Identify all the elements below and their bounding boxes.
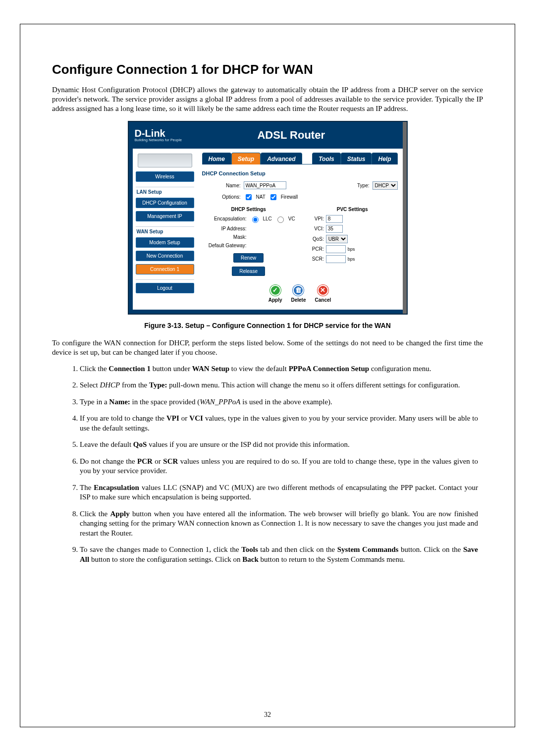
vci-input[interactable] (326, 225, 343, 233)
sidebar-item-connection1[interactable]: Connection 1 (136, 264, 194, 274)
tab-home[interactable]: Home (202, 153, 231, 164)
qos-label: QoS: (307, 236, 324, 242)
tab-status[interactable]: Status (341, 153, 372, 164)
pcr-suffix: bps (348, 247, 355, 252)
delete-button[interactable]: 🗑 Delete (291, 285, 306, 303)
dhcp-settings-col: DHCP Settings Encapsulation: LLC VC IP A… (202, 206, 295, 278)
sidebar-item-logout[interactable]: Logout (136, 283, 194, 293)
sidebar-item-modem-setup[interactable]: Modem Setup (136, 237, 194, 248)
step-4: If you are told to change the VPI or VCI… (80, 414, 478, 433)
nat-checkbox[interactable] (246, 194, 252, 200)
step-1: Click the Connection 1 button under WAN … (80, 364, 478, 374)
apply-button[interactable]: ✓ Apply (268, 285, 282, 303)
cancel-button[interactable]: ✕ Cancel (315, 285, 331, 303)
sidebar-label-wan: WAN Setup (136, 226, 194, 234)
router-main: Home Setup Advanced Tools Status Help DH… (197, 149, 403, 310)
tab-tools[interactable]: Tools (312, 153, 341, 164)
scr-suffix: bps (348, 257, 355, 262)
default-gateway-label: Default Gateway: (202, 243, 247, 248)
tab-advanced[interactable]: Advanced (261, 153, 302, 164)
dhcp-settings-heading: DHCP Settings (202, 207, 295, 212)
sidebar-item-management-ip[interactable]: Management IP (136, 211, 194, 221)
encap-llc-radio[interactable] (252, 216, 259, 223)
body-paragraph-2: To configure the WAN connection for DHCP… (52, 338, 483, 357)
section-title: DHCP Connection Setup (202, 170, 398, 176)
tab-bar: Home Setup Advanced Tools Status Help (202, 153, 398, 164)
pcr-input[interactable] (326, 245, 346, 253)
sidebar-item-dhcp-config[interactable]: DHCP Configuration (136, 198, 194, 208)
tab-help[interactable]: Help (372, 153, 397, 164)
vci-label: VCI: (307, 226, 324, 231)
nat-label: NAT (256, 194, 266, 200)
page: { "page": { "title": "Configure Connecti… (20, 24, 515, 727)
encap-vc-radio[interactable] (277, 216, 284, 223)
firewall-label: Firewall (281, 194, 298, 200)
mask-label: Mask: (202, 234, 247, 240)
step-9: To save the changes made to Connection 1… (80, 545, 478, 564)
step-3: Type in a Name: in the space provided (W… (80, 397, 478, 407)
encapsulation-label: Encapsulation: (202, 216, 247, 221)
scrollbar[interactable] (403, 122, 407, 314)
name-input[interactable] (244, 181, 286, 189)
release-button[interactable]: Release (232, 267, 265, 276)
pvc-settings-col: PVC Settings VPI: VCI: QoS:UBR PCR:bps S… (307, 206, 398, 278)
trash-icon: 🗑 (293, 285, 304, 296)
encap-llc-label: LLC (263, 216, 272, 221)
type-label: Type: (357, 183, 369, 188)
sidebar-divider (136, 279, 194, 280)
steps-list: Click the Connection 1 button under WAN … (71, 364, 483, 565)
renew-button[interactable]: Renew (233, 253, 264, 263)
step-7: The Encapsulation values LLC (SNAP) and … (80, 483, 478, 502)
dlink-logo: D-Link Building Networks for People (135, 128, 182, 142)
intro-paragraph: Dynamic Host Configuration Protocol (DHC… (52, 85, 483, 114)
router-header: D-Link Building Networks for People ADSL… (129, 122, 407, 149)
action-row: ✓ Apply 🗑 Delete ✕ Cancel (202, 285, 398, 303)
close-icon: ✕ (318, 285, 328, 296)
step-6: Do not change the PCR or SCR values unle… (80, 457, 478, 476)
vpi-label: VPI: (307, 216, 324, 221)
figure-caption: Figure 3-13. Setup – Configure Connectio… (52, 322, 483, 329)
sidebar: Wireless LAN Setup DHCP Configuration Ma… (133, 149, 197, 310)
firewall-checkbox[interactable] (270, 194, 276, 200)
scr-input[interactable] (326, 255, 346, 263)
step-5: Leave the default QoS values if you are … (80, 440, 478, 450)
page-title: Configure Connection 1 for DHCP for WAN (52, 62, 483, 77)
checkmark-icon: ✓ (270, 285, 281, 296)
router-title: ADSL Router (182, 129, 401, 142)
product-thumbnail (138, 154, 192, 167)
options-label: Options: (202, 194, 241, 200)
ipaddress-label: IP Address: (202, 226, 247, 231)
embedded-router-ui: D-Link Building Networks for People ADSL… (128, 121, 408, 315)
sidebar-item-new-connection[interactable]: New Connection (136, 251, 194, 261)
encap-vc-label: VC (288, 216, 295, 221)
sidebar-label-lan: LAN Setup (136, 187, 194, 195)
qos-select[interactable]: UBR (326, 235, 348, 243)
name-label: Name: (202, 183, 241, 188)
pcr-label: PCR: (307, 246, 324, 252)
screenshot-frame: D-Link Building Networks for People ADSL… (52, 121, 483, 315)
scr-label: SCR: (307, 256, 324, 262)
step-8: Click the Apply button when you have ent… (80, 509, 478, 539)
page-number: 32 (20, 711, 515, 719)
type-select[interactable]: DHCP (373, 181, 398, 190)
vpi-input[interactable] (326, 215, 343, 223)
sidebar-item-wireless[interactable]: Wireless (136, 171, 194, 182)
tab-setup[interactable]: Setup (231, 153, 261, 164)
pvc-settings-heading: PVC Settings (307, 207, 398, 212)
step-2: Select DHCP from the Type: pull-down men… (80, 380, 478, 390)
